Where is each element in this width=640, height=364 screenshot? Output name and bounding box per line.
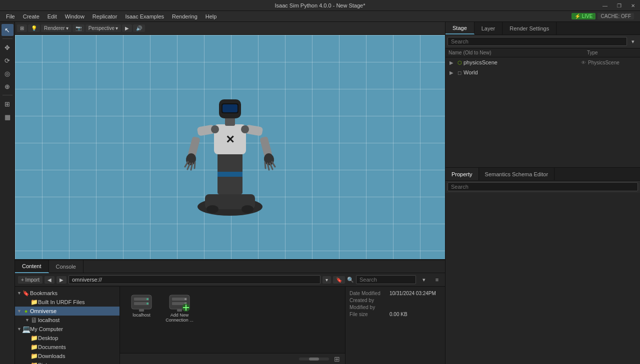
minimize-button[interactable]: — [598, 0, 612, 11]
menu-bar: File Create Edit Window Replicator Isaac… [0, 11, 640, 22]
content-item-add-connection[interactable]: Add New Connection ... [162, 291, 197, 325]
property-content [446, 193, 640, 364]
filesize-row: File size 0.00 KB [350, 312, 441, 317]
item-label-localhost: localhost [132, 313, 150, 318]
svg-point-26 [211, 125, 219, 133]
list-view-button[interactable]: ≡ [432, 275, 442, 285]
tree-item-downloads[interactable]: 📁 Downloads [15, 352, 120, 361]
cache-badge: CACHE: OFF [598, 13, 634, 19]
tree-item-desktop[interactable]: 📁 Desktop [15, 334, 120, 343]
tree-item-bookmarks[interactable]: ▼ 🔖 Bookmarks [15, 289, 120, 298]
tree-row-physics-scene[interactable]: ▶ ⬡ physicsScene 👁 PhysicsScene [446, 57, 640, 67]
back-button[interactable]: ◀ [44, 276, 54, 284]
close-button[interactable]: ✕ [626, 0, 640, 11]
forward-button[interactable]: ▶ [56, 276, 66, 284]
separator [2, 38, 12, 39]
vp-light-btn[interactable]: 💡 [28, 24, 40, 32]
tool-select[interactable]: ↖ [2, 24, 14, 36]
tree-item-mycomputer[interactable]: ▼ 💻 My Computer [15, 325, 120, 334]
menu-window[interactable]: Window [61, 12, 88, 20]
tree-item-pictures[interactable]: 📁 Pictures [15, 361, 120, 364]
stage-filter-btn[interactable]: ▾ [628, 36, 638, 46]
menu-help[interactable]: Help [202, 12, 221, 20]
vp-renderer-btn[interactable]: Renderer ▾ [41, 24, 72, 32]
content-toolbar: + Import ◀ ▶ ▾ 🔖 🔍 ▾ ≡ [15, 273, 445, 287]
stage-tree-header: Name (Old to New) Type [446, 48, 640, 57]
menu-edit[interactable]: Edit [44, 12, 61, 20]
expand-icon: ▼ [17, 291, 22, 296]
created-by-row: Created by [350, 298, 441, 303]
tool-panels[interactable]: ▦ [2, 111, 14, 123]
tree-item-omniverse[interactable]: ▼ ● Omniverse [15, 307, 120, 316]
vp-play-btn[interactable]: ▶ [122, 24, 132, 32]
computer-icon: 💻 [22, 326, 30, 333]
tool-universal[interactable]: ⊕ [2, 80, 14, 92]
menu-rendering[interactable]: Rendering [168, 12, 202, 20]
tool-grid[interactable]: ⊞ [2, 98, 14, 110]
bottom-panel: Content Console + Import ◀ ▶ ▾ 🔖 🔍 ▾ ≡ [15, 259, 445, 364]
menu-create[interactable]: Create [19, 12, 44, 20]
restore-button[interactable]: ❐ [612, 0, 626, 11]
tab-console[interactable]: Console [49, 260, 84, 273]
property-search-bar [446, 181, 640, 193]
vp-perspective-btn[interactable]: Perspective ▾ [86, 24, 121, 32]
tree-item-documents[interactable]: 📁 Documents [15, 343, 120, 352]
left-toolbar: ↖ ✥ ⟳ ◎ ⊕ ⊞ ▦ [0, 22, 15, 364]
created-by-key: Created by [350, 298, 390, 303]
tab-render-settings[interactable]: Render Settings [502, 22, 556, 34]
tree-row-world[interactable]: ▶ ◻ World [446, 67, 640, 77]
tab-stage[interactable]: Stage [446, 22, 474, 34]
modified-by-key: Modified by [350, 305, 390, 310]
tab-property[interactable]: Property [446, 168, 479, 180]
tab-content[interactable]: Content [15, 260, 49, 273]
tool-move[interactable]: ✥ [2, 41, 14, 53]
menu-isaac-examples[interactable]: Isaac Examples [121, 12, 168, 20]
property-search-input[interactable] [448, 182, 638, 191]
import-button[interactable]: + Import [18, 276, 42, 284]
stage-search-input[interactable] [448, 37, 627, 46]
content-bottombar: ⊞ [120, 353, 345, 364]
tool-scale[interactable]: ◎ [2, 67, 14, 79]
svg-point-37 [184, 298, 186, 300]
viewport-panel: ⊞ 💡 Renderer ▾ 📷 Perspective ▾ ▶ 🔊 [15, 22, 445, 259]
menu-file[interactable]: File [2, 12, 19, 20]
stage-tabs: Stage Layer Render Settings [446, 22, 640, 35]
filter2-button[interactable]: ▾ [419, 275, 429, 285]
filesize-val: 0.00 KB [390, 312, 408, 317]
date-modified-key: Date Modified [350, 291, 390, 296]
svg-point-3 [242, 205, 254, 213]
add-connection-icon [167, 293, 192, 313]
tree-item-urdf[interactable]: 📁 Built In URDF Files [15, 298, 120, 307]
live-badge: ⚡ LIVE [572, 13, 596, 19]
eye-icon[interactable]: 👁 [579, 60, 588, 65]
vp-grid-btn[interactable]: ⊞ [17, 24, 27, 32]
physics-icon: ⬡ [456, 58, 464, 66]
viewport[interactable]: ✕ [15, 35, 445, 259]
server-icon [129, 293, 154, 313]
vp-camera-btn[interactable]: 📷 [72, 24, 84, 32]
svg-text:✕: ✕ [226, 133, 234, 146]
right-panel: Stage Layer Render Settings ▾ Name (Old … [445, 22, 640, 364]
path-input[interactable] [68, 275, 320, 284]
chevron-down-icon: ▾ [66, 25, 68, 31]
folder-icon: 📁 [30, 353, 38, 360]
tab-layer[interactable]: Layer [474, 22, 503, 34]
svg-point-32 [146, 303, 148, 305]
content-item-localhost[interactable]: localhost [124, 291, 159, 325]
tool-rotate[interactable]: ⟳ [2, 54, 14, 66]
bookmark-icon: 🔖 [22, 290, 30, 297]
bottom-tabs: Content Console [15, 260, 445, 273]
property-panel: Property Semantics Schema Editor [446, 167, 640, 364]
content-search-input[interactable] [356, 275, 416, 284]
bookmark-button[interactable]: 🔖 [333, 276, 345, 284]
vp-audio-btn[interactable]: 🔊 [133, 24, 145, 32]
omniverse-icon: ● [22, 308, 30, 315]
grid-view-btn[interactable]: ⊞ [332, 354, 342, 364]
tree-item-localhost[interactable]: ▼ 🖥 localhost [15, 316, 120, 325]
svg-point-2 [206, 205, 218, 213]
folder-icon: 📁 [30, 344, 38, 351]
filter-button[interactable]: ▾ [322, 276, 331, 284]
menu-replicator[interactable]: Replicator [88, 12, 122, 20]
tab-semantics-editor[interactable]: Semantics Schema Editor [479, 168, 555, 180]
col-eye-header [578, 50, 587, 55]
